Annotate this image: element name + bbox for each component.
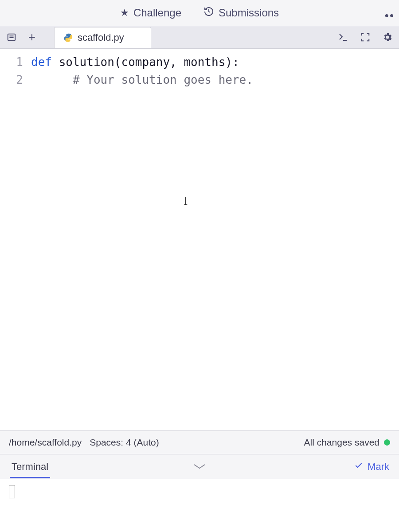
terminal-tab[interactable]: Terminal bbox=[10, 455, 50, 478]
saved-indicator-icon bbox=[384, 439, 390, 446]
indentation-setting[interactable]: Spaces: 4 (Auto) bbox=[90, 437, 159, 448]
tab-submissions[interactable]: Submissions bbox=[203, 6, 279, 20]
star-icon: ★ bbox=[120, 7, 129, 19]
add-file-button[interactable]: + bbox=[26, 31, 38, 43]
code-line: 1 def solution(company, months): bbox=[0, 53, 399, 71]
mark-label: Mark bbox=[368, 461, 389, 473]
more-icon[interactable]: •• bbox=[385, 9, 395, 23]
fullscreen-icon[interactable] bbox=[359, 31, 372, 43]
tab-challenge-label: Challenge bbox=[133, 7, 181, 19]
file-name: scaffold.py bbox=[78, 32, 124, 43]
file-bar: + scaffold.py bbox=[0, 26, 399, 49]
line-number: 1 bbox=[0, 53, 31, 71]
save-status: All changes saved bbox=[304, 437, 379, 448]
mark-button[interactable]: Mark bbox=[354, 461, 389, 473]
text-cursor-icon: I bbox=[184, 194, 188, 208]
status-bar: /home/scaffold.py Spaces: 4 (Auto) All c… bbox=[0, 430, 399, 454]
file-path[interactable]: /home/scaffold.py bbox=[9, 437, 82, 448]
code-line: 2 # Your solution goes here. bbox=[0, 71, 399, 89]
terminal-icon[interactable] bbox=[337, 31, 349, 43]
line-number: 2 bbox=[0, 71, 31, 89]
chevron-down-icon[interactable] bbox=[193, 461, 206, 473]
tab-challenge[interactable]: ★ Challenge bbox=[120, 7, 181, 19]
check-icon bbox=[354, 461, 363, 473]
history-icon bbox=[203, 6, 214, 20]
terminal-bar: Terminal Mark bbox=[0, 454, 399, 479]
tab-submissions-label: Submissions bbox=[219, 7, 279, 19]
terminal-cursor bbox=[9, 485, 15, 498]
python-icon bbox=[63, 33, 73, 43]
code-editor[interactable]: 1 def solution(company, months): 2 # You… bbox=[0, 49, 399, 430]
top-tabs: ★ Challenge Submissions •• bbox=[0, 0, 399, 26]
terminal[interactable] bbox=[0, 479, 399, 532]
file-list-icon[interactable] bbox=[5, 31, 18, 43]
file-tab[interactable]: scaffold.py bbox=[54, 27, 151, 48]
settings-icon[interactable] bbox=[381, 31, 394, 43]
